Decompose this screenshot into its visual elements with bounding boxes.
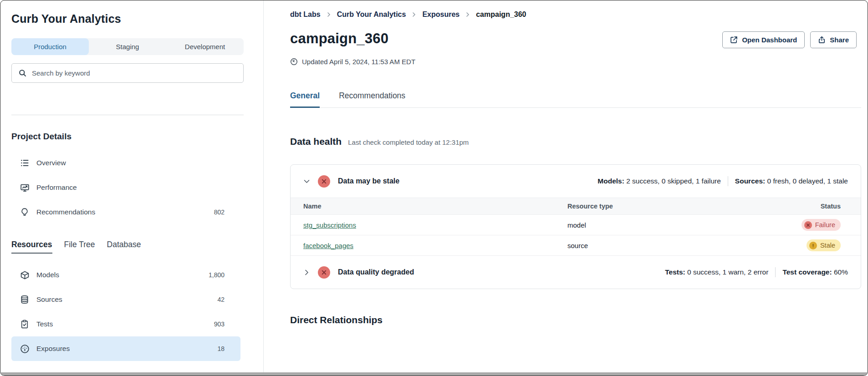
open-dashboard-label: Open Dashboard xyxy=(742,36,797,44)
resource-type-cell: model xyxy=(555,221,754,229)
sidebar-item-count: 1,800 xyxy=(209,271,225,279)
stale-warning-icon xyxy=(809,242,817,249)
sidebar-divider xyxy=(11,115,244,115)
app-window: Curb Your Analytics Production Staging D… xyxy=(0,0,868,376)
test-coverage-stat: Test coverage: 60% xyxy=(782,268,848,276)
sidebar-item-models[interactable]: Models 1,800 xyxy=(11,263,240,287)
sidebar-item-count: 42 xyxy=(217,296,225,303)
share-icon xyxy=(818,36,826,44)
sidebar-item-recommendations[interactable]: Recommendations 802 xyxy=(11,200,240,224)
breadcrumb-item-account[interactable]: dbt Labs xyxy=(290,10,321,19)
breadcrumb-item-project[interactable]: Curb Your Analytics xyxy=(337,10,406,19)
clipboard-check-icon xyxy=(20,319,30,329)
column-header-status: Status xyxy=(754,203,861,210)
tab-resources[interactable]: Resources xyxy=(11,240,52,254)
breadcrumb-item-current: campaign_360 xyxy=(476,10,526,19)
tests-stat: Tests: 0 success, 1 warn, 2 error xyxy=(665,268,768,276)
chevron-down-icon[interactable] xyxy=(303,178,310,185)
env-tab-production[interactable]: Production xyxy=(11,38,89,55)
sidebar-item-label: Recommendations xyxy=(36,208,95,216)
sidebar-item-label: Models xyxy=(36,271,59,279)
status-badge-label: Failure xyxy=(815,221,835,229)
data-health-heading: Data health xyxy=(290,136,342,147)
resource-link[interactable]: facebook_pages xyxy=(303,242,353,249)
env-tab-development[interactable]: Development xyxy=(166,38,244,55)
sidebar-item-count: 903 xyxy=(214,320,225,328)
list-icon xyxy=(20,158,30,168)
chevron-right-icon xyxy=(326,12,332,17)
tab-recommendations[interactable]: Recommendations xyxy=(339,91,405,108)
clock-icon xyxy=(290,58,298,66)
share-button[interactable]: Share xyxy=(810,31,857,48)
table-row: stg_subscriptions model Failure xyxy=(291,215,861,235)
stale-resources-table: Name Resource type Status stg_subscripti… xyxy=(291,198,861,256)
stale-section-header: Data may be stale Models: 2 success, 0 s… xyxy=(291,165,861,198)
sidebar-item-performance[interactable]: Performance xyxy=(11,175,240,200)
direct-relationships-heading: Direct Relationships xyxy=(290,315,861,325)
lightbulb-icon xyxy=(20,207,30,217)
sidebar-item-count: 802 xyxy=(214,208,225,216)
status-badge-label: Stale xyxy=(820,242,835,249)
last-check-text: Last check completed today at 12:31pm xyxy=(348,138,469,146)
table-row: facebook_pages source Stale xyxy=(291,235,861,256)
quality-section-title: Data quality degraded xyxy=(338,268,414,276)
sidebar-item-tests[interactable]: Tests 903 xyxy=(11,312,240,336)
header-actions: Open Dashboard Share xyxy=(722,31,857,48)
quality-section-stats: Tests: 0 success, 1 warn, 2 error Test c… xyxy=(665,267,848,277)
tab-file-tree[interactable]: File Tree xyxy=(64,240,95,254)
sidebar-item-label: Performance xyxy=(36,183,77,192)
stat-divider xyxy=(728,176,728,186)
status-badge: Failure xyxy=(802,219,841,231)
search-icon xyxy=(18,69,27,77)
column-header-resource-type: Resource type xyxy=(555,203,754,210)
stale-section-title: Data may be stale xyxy=(338,177,399,185)
error-status-icon xyxy=(318,266,330,279)
breadcrumb: dbt Labs Curb Your Analytics Exposures c… xyxy=(290,10,861,19)
breadcrumb-item-exposures[interactable]: Exposures xyxy=(422,10,460,19)
updated-text: Updated April 5, 2024, 11:53 AM EDT xyxy=(302,58,415,66)
open-dashboard-button[interactable]: Open Dashboard xyxy=(722,31,805,48)
database-icon xyxy=(20,295,30,305)
chevron-right-icon[interactable] xyxy=(303,269,310,276)
sidebar-item-label: Exposures xyxy=(36,345,70,353)
sidebar-item-label: Tests xyxy=(36,320,53,328)
failure-x-icon xyxy=(804,221,812,229)
performance-icon xyxy=(20,183,30,193)
sidebar-item-label: Overview xyxy=(36,159,66,167)
resource-link[interactable]: stg_subscriptions xyxy=(303,221,356,229)
window-bottom-edge xyxy=(0,372,868,376)
sidebar-item-exposures[interactable]: Exposures 18 xyxy=(11,336,240,361)
chevron-right-icon xyxy=(465,12,470,17)
quality-section-toggle[interactable]: Data quality degraded xyxy=(303,266,414,279)
column-header-name: Name xyxy=(291,203,555,210)
cube-icon xyxy=(20,270,30,280)
gauge-icon xyxy=(20,344,30,354)
data-health-heading-row: Data health Last check completed today a… xyxy=(290,136,861,147)
project-title: Curb Your Analytics xyxy=(11,12,252,25)
stat-divider xyxy=(775,267,776,277)
tab-general[interactable]: General xyxy=(290,91,320,108)
resources-nav: Models 1,800 Sources 42 Tests 903 xyxy=(11,263,252,361)
stale-section-stats: Models: 2 success, 0 skipped, 1 failure … xyxy=(597,176,848,186)
stale-section-toggle[interactable]: Data may be stale xyxy=(303,175,399,188)
sidebar-item-sources[interactable]: Sources 42 xyxy=(11,287,240,312)
chevron-right-icon xyxy=(411,12,417,17)
status-badge: Stale xyxy=(807,239,841,251)
sidebar: Curb Your Analytics Production Staging D… xyxy=(0,0,264,373)
sidebar-item-overview[interactable]: Overview xyxy=(11,151,240,175)
tab-database[interactable]: Database xyxy=(107,240,141,254)
env-tab-staging[interactable]: Staging xyxy=(89,38,166,55)
search-input[interactable] xyxy=(32,69,237,77)
search-box[interactable] xyxy=(11,63,244,83)
main-content: dbt Labs Curb Your Analytics Exposures c… xyxy=(264,0,868,373)
page-tabs: General Recommendations xyxy=(290,91,861,108)
models-stat: Models: 2 success, 0 skipped, 1 failure xyxy=(597,177,721,185)
share-label: Share xyxy=(830,36,849,44)
sources-stat: Sources: 0 fresh, 0 delayed, 1 stale xyxy=(735,177,848,185)
updated-timestamp-row: Updated April 5, 2024, 11:53 AM EDT xyxy=(290,58,861,66)
table-header-row: Name Resource type Status xyxy=(291,198,861,215)
resource-type-cell: source xyxy=(555,242,754,249)
project-details-heading: Project Details xyxy=(11,132,252,142)
project-details-nav: Overview Performance Recommendations 802 xyxy=(11,151,252,224)
data-health-card: Data may be stale Models: 2 success, 0 s… xyxy=(290,164,861,289)
